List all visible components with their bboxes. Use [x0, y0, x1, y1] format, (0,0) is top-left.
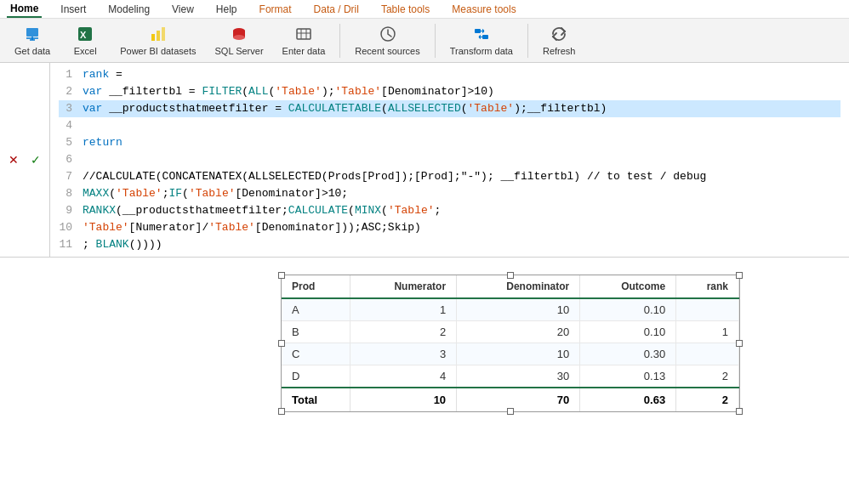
- resize-handle-tl[interactable]: [278, 272, 285, 279]
- table-row: C 3 10 0.30: [282, 343, 739, 365]
- col-header-outcome: Outcome: [580, 275, 676, 298]
- menu-item-measure-tools[interactable]: Measure tools: [448, 2, 519, 17]
- cell-outcome: 0.13: [580, 365, 676, 388]
- code-line-8: 8 MAXX('Table';IF('Table'[Denominator]>1…: [59, 185, 840, 202]
- code-line-2: 2 var __filtertbl = FILTER(ALL('Table');…: [59, 83, 840, 100]
- recent-sources-button[interactable]: Recent sources: [347, 21, 427, 60]
- enter-data-icon: [294, 25, 313, 43]
- line-num-7: 7: [59, 168, 72, 185]
- resize-handle-br[interactable]: [736, 408, 743, 415]
- cell-numerator: 1: [350, 298, 457, 321]
- menu-item-format[interactable]: Format: [256, 2, 295, 17]
- code-line-10: 10 'Table'[Numerator]/'Table'[Denominato…: [59, 219, 840, 236]
- cancel-button[interactable]: ✕: [5, 151, 22, 168]
- get-data-button[interactable]: Get data: [7, 21, 58, 60]
- resize-handle-ml[interactable]: [278, 340, 285, 347]
- transform-data-icon: [472, 25, 491, 43]
- line-num-5: 5: [59, 134, 72, 151]
- line-num-1: 1: [59, 66, 72, 83]
- menu-item-help[interactable]: Help: [213, 2, 241, 17]
- table-header-row: Prod Numerator Denominator Outcome rank: [282, 275, 739, 298]
- excel-icon: X: [76, 25, 94, 43]
- cell-rank: [676, 343, 739, 365]
- cell-denominator: 30: [457, 365, 580, 388]
- data-table-container: Prod Numerator Denominator Outcome rank …: [281, 275, 740, 412]
- table-row: D 4 30 0.13 2: [282, 365, 739, 388]
- menu-item-insert[interactable]: Insert: [57, 2, 89, 17]
- transform-data-label: Transform data: [450, 46, 513, 56]
- resize-handle-bl[interactable]: [278, 408, 285, 415]
- cell-denominator: 10: [457, 298, 580, 321]
- recent-sources-label: Recent sources: [355, 46, 419, 56]
- code-line-1: 1 rank =: [59, 66, 840, 83]
- menu-item-modeling[interactable]: Modeling: [105, 2, 153, 17]
- resize-handle-tc[interactable]: [507, 272, 514, 279]
- power-bi-datasets-button[interactable]: Power BI datasets: [112, 21, 203, 60]
- main-content: ✕ ✓ 1 rank = 2 var __filtertbl = FILTER(…: [0, 63, 849, 504]
- menu-item-data-drill[interactable]: Data / Dril: [311, 2, 362, 17]
- svg-text:X: X: [80, 30, 87, 40]
- excel-label: Excel: [74, 46, 97, 56]
- code-text-6: [83, 151, 89, 168]
- enter-data-button[interactable]: Enter data: [275, 21, 333, 60]
- cell-outcome: 0.10: [580, 321, 676, 343]
- col-header-prod: Prod: [282, 275, 350, 298]
- ribbon-separator-1: [339, 24, 340, 58]
- resize-handle-bc[interactable]: [507, 408, 514, 415]
- transform-data-button[interactable]: Transform data: [442, 21, 521, 60]
- col-header-numerator: Numerator: [350, 275, 457, 298]
- line-num-4: 4: [59, 117, 72, 134]
- get-data-label: Get data: [14, 46, 50, 56]
- line-num-2: 2: [59, 83, 72, 100]
- code-text-11: ; BLANK()))): [83, 236, 162, 253]
- sql-server-icon: [230, 25, 248, 43]
- cell-numerator: 3: [350, 343, 457, 365]
- sql-server-button[interactable]: SQL Server: [207, 21, 271, 60]
- sql-server-label: SQL Server: [214, 46, 263, 56]
- power-bi-datasets-label: Power BI datasets: [120, 46, 196, 56]
- code-editor[interactable]: 1 rank = 2 var __filtertbl = FILTER(ALL(…: [50, 63, 849, 257]
- ribbon-separator-3: [527, 24, 528, 58]
- footer-label: Total: [282, 388, 350, 411]
- cell-outcome: 0.30: [580, 343, 676, 365]
- cell-denominator: 20: [457, 321, 580, 343]
- cell-prod: A: [282, 298, 350, 321]
- recent-sources-icon: [379, 25, 397, 43]
- table-row: A 1 10 0.10: [282, 298, 739, 321]
- footer-outcome: 0.63: [580, 388, 676, 411]
- cell-numerator: 2: [350, 321, 457, 343]
- code-line-3: 3 var __productsthatmeetfilter = CALCULA…: [59, 100, 840, 117]
- footer-numerator: 10: [350, 388, 457, 411]
- code-line-5: 5 return: [59, 134, 840, 151]
- svg-rect-5: [162, 27, 165, 41]
- refresh-button[interactable]: Refresh: [535, 21, 584, 60]
- menu-item-home[interactable]: Home: [7, 1, 42, 18]
- ribbon-separator-2: [435, 24, 436, 58]
- svg-rect-0: [26, 28, 38, 37]
- code-text-7: //CALCULATE(CONCATENATEX(ALLSELECTED(Pro…: [83, 168, 706, 185]
- cell-rank: 1: [676, 321, 739, 343]
- line-num-6: 6: [59, 151, 72, 168]
- svg-rect-14: [475, 29, 481, 33]
- excel-button[interactable]: X Excel: [61, 21, 109, 60]
- code-line-4: 4: [59, 117, 840, 134]
- line-num-11: 11: [59, 236, 72, 253]
- line-num-8: 8: [59, 185, 72, 202]
- cell-rank: [676, 298, 739, 321]
- menu-item-table-tools[interactable]: Table tools: [378, 2, 433, 17]
- code-text-8: MAXX('Table';IF('Table'[Denominator]>10;: [83, 185, 348, 202]
- cell-denominator: 10: [457, 343, 580, 365]
- svg-rect-3: [151, 34, 155, 41]
- cell-prod: D: [282, 365, 350, 388]
- menu-bar: Home Insert Modeling View Help Format Da…: [0, 0, 849, 19]
- resize-handle-mr[interactable]: [736, 340, 743, 347]
- confirm-button[interactable]: ✓: [27, 151, 44, 168]
- footer-denominator: 70: [457, 388, 580, 411]
- menu-item-view[interactable]: View: [168, 2, 197, 17]
- resize-handle-tr[interactable]: [736, 272, 743, 279]
- code-line-9: 9 RANKX(__productsthatmeetfilter;CALCULA…: [59, 202, 840, 219]
- formula-bar: ✕ ✓ 1 rank = 2 var __filtertbl = FILTER(…: [0, 63, 849, 258]
- svg-rect-4: [157, 31, 160, 41]
- col-header-rank: rank: [676, 275, 739, 298]
- code-text-5: return: [83, 134, 123, 151]
